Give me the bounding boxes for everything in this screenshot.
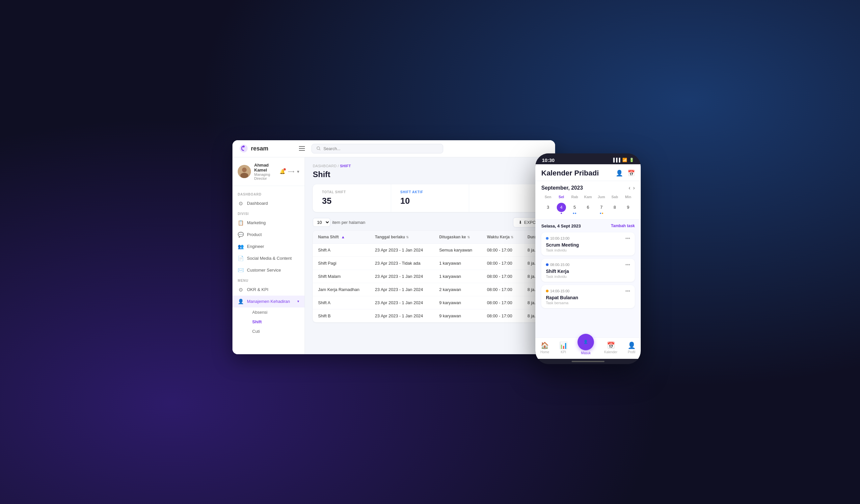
dashboard-icon: ⊙ [238, 201, 244, 206]
sidebar-sub-shift[interactable]: Shift [247, 317, 304, 327]
phone-header: Kalender Pribadi 👤 📅 [535, 164, 641, 181]
sidebar-item-label: Manajemen Kehadiran [247, 299, 290, 304]
notification-button[interactable]: 🔔 [280, 169, 285, 174]
stat-shift-aktif-value: 10 [400, 196, 460, 206]
cal-day-5-dots [573, 213, 576, 214]
sidebar-item-product[interactable]: 💬 Product [232, 229, 304, 241]
sidebar-item-manajemen-kehadiran[interactable]: 👤 Manajemen Kehadiran ▾ [232, 296, 304, 307]
cal-day-7[interactable]: 7 [594, 201, 608, 215]
tambah-task-button[interactable]: Tambah task [611, 224, 635, 228]
task-more-button-2[interactable]: ••• [625, 262, 630, 267]
sidebar-sub-cuti[interactable]: Cuti [247, 327, 304, 336]
masuk-fab-label: 👤 [584, 340, 588, 344]
cal-day-8[interactable]: 8 [608, 201, 622, 215]
masuk-nav-label: Masuk [581, 351, 591, 355]
wifi-icon: 📶 [622, 158, 627, 162]
search-bar[interactable] [312, 144, 443, 154]
sidebar-item-okr-kpi[interactable]: ⊙ OKR & KPI [232, 284, 304, 296]
customer-service-icon: ✉️ [238, 267, 244, 273]
col-ditugaskan[interactable]: Ditugaskan ke ⇅ [434, 231, 482, 244]
col-waktu-kerja[interactable]: Waktu Kerja ⇅ [482, 231, 522, 244]
stat-shift-aktif-label: SHIFT AKTIF [400, 190, 460, 194]
cell-waktu: 08:00 - 17:00 [482, 257, 522, 270]
cal-day-3[interactable]: 3 [541, 201, 555, 215]
task-dot-blue-dark [546, 263, 548, 266]
avatar [238, 165, 251, 178]
cal-month: September, 2023 [541, 185, 583, 191]
product-icon: 💬 [238, 232, 244, 238]
expand-icon: ▾ [297, 299, 299, 303]
cal-nav: September, 2023 ‹ › [541, 185, 635, 191]
cal-day-4[interactable]: 4 [555, 201, 568, 215]
marketing-icon: 📋 [238, 220, 244, 226]
task-more-button-1[interactable]: ••• [625, 236, 630, 241]
user-dropdown-button[interactable]: ▾ [297, 169, 299, 174]
per-page-label: item per halaman [332, 220, 365, 225]
hamburger-button[interactable] [299, 146, 305, 151]
nav-item-kpi[interactable]: 📊 KPI [559, 341, 568, 354]
nav-item-profil[interactable]: 👤 Profil [628, 341, 636, 354]
table-row: Jam Kerja Ramadhan 23 Apr 2023 - 1 Jan 2… [313, 283, 547, 296]
user-area: Ahmad Kamel Managing Director 🔔 ⟶ ▾ [232, 163, 304, 186]
sidebar-item-label: OKR & KPI [247, 287, 268, 292]
home-nav-label: Home [540, 350, 549, 354]
col-nama-shift[interactable]: Nama Shift ▲ [313, 231, 370, 244]
stat-total-shift-value: 35 [322, 196, 382, 206]
task-name-scrum: Scrum Meeting [546, 242, 630, 247]
cell-waktu: 08:00 - 17:00 [482, 243, 522, 257]
nav-item-home[interactable]: 🏠 Home [540, 341, 549, 354]
cal-day-num-7: 7 [597, 203, 606, 212]
tasks-date-header: Selasa, 4 Sept 2023 Tambah task [541, 224, 635, 229]
breadcrumb-home: DASHBOARD [313, 164, 336, 168]
sidebar-item-customer-service[interactable]: ✉️ Customer Service [232, 264, 304, 276]
masuk-fab[interactable]: 👤 [577, 334, 594, 350]
notification-dot [284, 168, 286, 171]
top-bar: resam [232, 140, 555, 157]
phone-person-button[interactable]: 👤 [616, 170, 623, 177]
cell-tanggal: 23 Apr 2023 - 1 Jan 2024 [370, 270, 434, 283]
cal-prev-button[interactable]: ‹ [629, 185, 630, 191]
home-bar [572, 361, 604, 362]
user-name: Ahmad Kamel [254, 163, 276, 173]
phone-status-icons: ▐▐▐ 📶 🔋 [612, 158, 634, 162]
task-item-scrum: 10:00-13:00 ••• Scrum Meeting Task indiv… [541, 232, 635, 256]
sidebar-item-marketing[interactable]: 📋 Marketing [232, 217, 304, 229]
logout-button[interactable]: ⟶ [288, 169, 295, 174]
sort-arrow: ▲ [341, 235, 345, 239]
cal-day-9[interactable]: 9 [621, 201, 635, 215]
cal-day-num-4: 4 [557, 203, 566, 212]
sidebar-item-engineer[interactable]: 👥 Engineer [232, 241, 304, 253]
svg-point-5 [240, 173, 248, 178]
cell-nama: Shift B [313, 309, 370, 322]
cal-day-6[interactable]: 6 [582, 201, 595, 215]
cell-nama: Shift Pagi [313, 257, 370, 270]
sidebar-item-social-media[interactable]: 📄 Social Media & Content [232, 253, 304, 264]
nav-item-kalender[interactable]: 📅 Kalender [604, 341, 617, 354]
cal-day-num-6: 6 [584, 203, 593, 212]
cal-day-5[interactable]: 5 [568, 201, 582, 215]
page-title: Shift [313, 170, 547, 179]
col-tanggal[interactable]: Tanggal berlaku ⇅ [370, 231, 434, 244]
sidebar-item-dashboard[interactable]: ⊙ Dashboard [232, 198, 304, 210]
search-icon [316, 146, 321, 151]
phone-home-indicator [535, 359, 641, 364]
search-input[interactable] [323, 146, 438, 151]
kalender-nav-icon: 📅 [607, 341, 615, 349]
sidebar-item-label: Social Media & Content [247, 256, 292, 261]
cal-day-num-8: 8 [610, 203, 619, 212]
task-dot-blue [546, 237, 548, 240]
cal-dot-blue3 [600, 213, 601, 214]
sidebar-item-label: Customer Service [247, 268, 281, 273]
cal-next-button[interactable]: › [633, 185, 635, 191]
task-time-row-3: 14:00-15:00 ••• [546, 288, 630, 294]
cal-day-num-9: 9 [624, 203, 633, 212]
task-more-button-3[interactable]: ••• [625, 288, 630, 294]
table-row: Shift A 23 Apr 2023 - 1 Jan 2024 9 karya… [313, 296, 547, 309]
phone-calendar-button[interactable]: 📅 [628, 170, 635, 177]
nav-item-masuk[interactable]: 👤 Masuk [577, 341, 594, 355]
per-page-dropdown[interactable]: 10 25 50 [313, 218, 330, 227]
table-row: Shift Pagi 23 Apr 2023 - Tidak ada 1 kar… [313, 257, 547, 270]
sidebar-sub-absensi[interactable]: Absensi [247, 307, 304, 317]
kpi-nav-label: KPI [561, 350, 566, 354]
stats-row: TOTAL SHIFT 35 SHIFT AKTIF 10 [313, 184, 547, 212]
